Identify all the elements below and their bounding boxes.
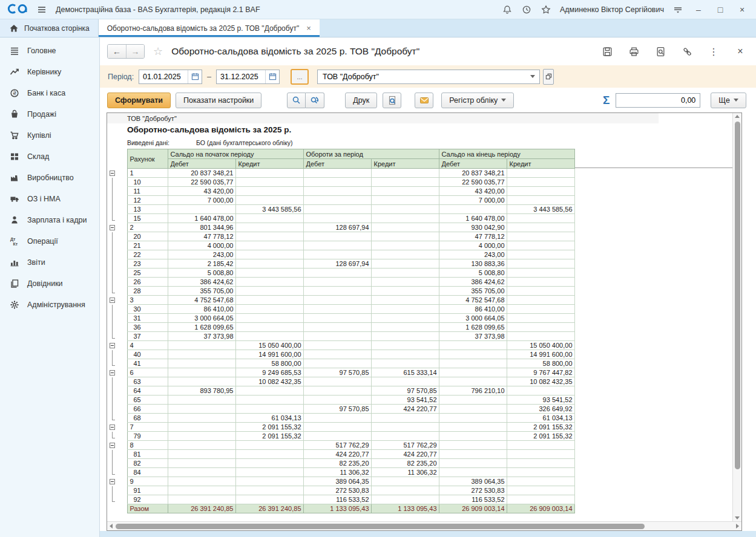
- value-cell[interactable]: [235, 468, 303, 477]
- value-cell[interactable]: [303, 214, 371, 223]
- value-cell[interactable]: 61 034,13: [235, 414, 303, 423]
- value-cell[interactable]: 424 220,77: [371, 450, 439, 459]
- value-cell[interactable]: 14 991 600,00: [507, 350, 574, 359]
- scroll-up-icon[interactable]: [735, 115, 740, 118]
- account-cell[interactable]: 66: [127, 405, 168, 414]
- value-cell[interactable]: [235, 395, 303, 405]
- account-cell[interactable]: 13: [127, 205, 168, 214]
- value-cell[interactable]: [303, 169, 371, 178]
- print-button[interactable]: Друк: [345, 93, 377, 108]
- sidebar-item-vyrobnytstvo[interactable]: Виробництво: [0, 167, 99, 188]
- value-cell[interactable]: [507, 296, 574, 305]
- value-cell[interactable]: 97 570,85: [303, 405, 371, 414]
- account-cell[interactable]: 4: [127, 341, 168, 350]
- value-cell[interactable]: [235, 477, 303, 486]
- value-cell[interactable]: [371, 432, 439, 441]
- sidebar-item-zvity[interactable]: Звіти: [0, 252, 99, 273]
- value-cell[interactable]: [371, 250, 439, 259]
- value-cell[interactable]: [371, 169, 439, 178]
- scroll-right-icon[interactable]: [736, 524, 739, 529]
- value-cell[interactable]: [168, 468, 235, 477]
- value-cell[interactable]: [168, 205, 235, 214]
- minimize-button[interactable]: –: [692, 5, 705, 15]
- account-cell[interactable]: 31: [127, 314, 168, 323]
- value-cell[interactable]: [168, 450, 235, 459]
- value-cell[interactable]: [168, 423, 235, 432]
- value-cell[interactable]: 3 443 585,56: [507, 205, 574, 214]
- value-cell[interactable]: 43 420,00: [168, 187, 235, 196]
- value-cell[interactable]: [439, 414, 507, 423]
- account-cell[interactable]: 25: [127, 268, 168, 278]
- value-cell[interactable]: [303, 205, 371, 214]
- sidebar-item-kupivli[interactable]: Купівлі: [0, 125, 99, 146]
- value-cell[interactable]: 128 697,94: [303, 259, 371, 268]
- account-cell[interactable]: 6: [127, 368, 168, 377]
- value-cell[interactable]: 3 000 664,05: [168, 314, 235, 323]
- value-cell[interactable]: 82 235,20: [303, 459, 371, 468]
- value-cell[interactable]: 15 050 400,00: [235, 341, 303, 350]
- value-cell[interactable]: [507, 169, 574, 178]
- tree-cell[interactable]: [108, 423, 127, 432]
- value-cell[interactable]: 796 210,10: [439, 386, 507, 395]
- account-cell[interactable]: 28: [127, 287, 168, 296]
- column-header-debit[interactable]: Дебет: [439, 159, 507, 169]
- value-cell[interactable]: [371, 278, 439, 287]
- value-cell[interactable]: [303, 178, 371, 187]
- sidebar-item-bank-kasa[interactable]: ₴Банк і каса: [0, 82, 99, 103]
- scroll-down-icon[interactable]: [735, 516, 740, 519]
- value-cell[interactable]: [303, 395, 371, 405]
- tree-cell[interactable]: [108, 368, 127, 377]
- value-cell[interactable]: [235, 232, 303, 241]
- value-cell[interactable]: 22 590 035,77: [439, 178, 507, 187]
- tree-cell[interactable]: [108, 441, 127, 450]
- value-cell[interactable]: 20 837 348,21: [168, 169, 235, 178]
- value-cell[interactable]: [168, 350, 235, 359]
- sidebar-item-kerivnyku[interactable]: Керівнику: [0, 61, 99, 82]
- value-cell[interactable]: 14 991 600,00: [235, 350, 303, 359]
- account-cell[interactable]: 20: [127, 232, 168, 241]
- show-settings-button[interactable]: Показати настройки: [176, 93, 261, 108]
- value-cell[interactable]: [235, 459, 303, 468]
- value-cell[interactable]: 424 220,77: [303, 450, 371, 459]
- horizontal-scrollbar[interactable]: [107, 521, 741, 530]
- account-cell[interactable]: 81: [127, 450, 168, 459]
- value-cell[interactable]: [168, 414, 235, 423]
- account-cell[interactable]: 1: [127, 169, 168, 178]
- tree-cell[interactable]: [108, 477, 127, 486]
- more-actions-icon[interactable]: ⋮: [708, 45, 720, 57]
- value-cell[interactable]: 272 530,83: [439, 486, 507, 495]
- value-cell[interactable]: 1 640 478,00: [168, 214, 235, 223]
- support-menu-icon[interactable]: [672, 4, 683, 15]
- value-cell[interactable]: 2 091 155,32: [507, 432, 574, 441]
- tab-home[interactable]: Початкова сторінка: [0, 19, 99, 37]
- value-cell[interactable]: [439, 432, 507, 441]
- value-cell[interactable]: [303, 386, 371, 395]
- value-cell[interactable]: [235, 296, 303, 305]
- value-cell[interactable]: [303, 232, 371, 241]
- value-cell[interactable]: 615 333,14: [371, 368, 439, 377]
- value-cell[interactable]: 1 628 099,65: [439, 323, 507, 332]
- value-cell[interactable]: 47 778,12: [439, 232, 507, 241]
- value-cell[interactable]: 272 530,83: [303, 486, 371, 495]
- period-from-input[interactable]: 01.01.2025: [139, 73, 188, 81]
- value-cell[interactable]: 9 249 685,53: [235, 368, 303, 377]
- value-cell[interactable]: [439, 450, 507, 459]
- value-cell[interactable]: 128 697,94: [303, 223, 371, 232]
- value-cell[interactable]: 11 306,32: [303, 468, 371, 477]
- value-cell[interactable]: [507, 278, 574, 287]
- value-cell[interactable]: [371, 477, 439, 486]
- sidebar-item-oz-nma[interactable]: ОЗ і НМА: [0, 188, 99, 209]
- value-cell[interactable]: [168, 495, 235, 504]
- tree-cell[interactable]: [108, 341, 127, 350]
- account-cell[interactable]: 41: [127, 359, 168, 368]
- horizontal-scroll-thumb[interactable]: [116, 524, 645, 529]
- value-cell[interactable]: [371, 350, 439, 359]
- tree-cell[interactable]: [108, 296, 127, 305]
- value-cell[interactable]: 386 424,62: [439, 278, 507, 287]
- value-cell[interactable]: 26 909 003,14: [507, 504, 574, 513]
- value-cell[interactable]: [371, 205, 439, 214]
- value-cell[interactable]: [235, 287, 303, 296]
- value-cell[interactable]: 43 420,00: [439, 187, 507, 196]
- value-cell[interactable]: 389 064,35: [303, 477, 371, 486]
- tab-report[interactable]: Оборотно-сальдова відомість за 2025 р. Т…: [99, 19, 320, 37]
